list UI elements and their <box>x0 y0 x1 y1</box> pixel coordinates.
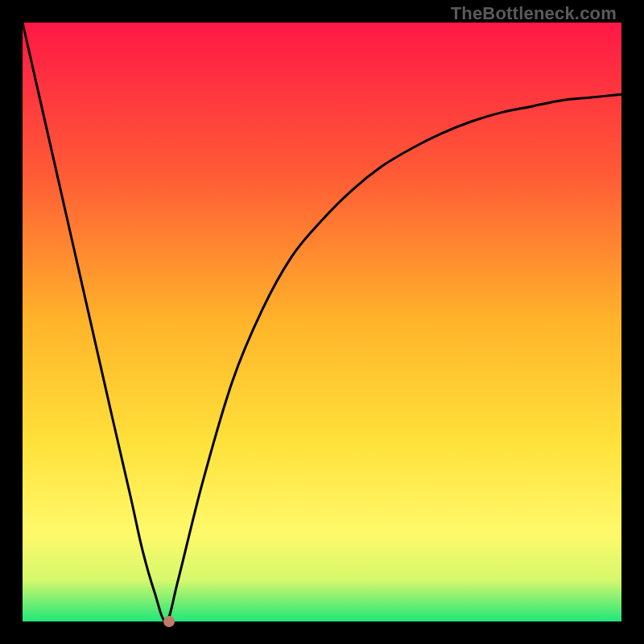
attribution-label: TheBottleneck.com <box>451 3 617 24</box>
chart-frame <box>23 23 621 621</box>
optimal-point-marker <box>163 616 175 627</box>
gradient-background <box>23 23 621 621</box>
bottleneck-chart <box>23 23 621 621</box>
